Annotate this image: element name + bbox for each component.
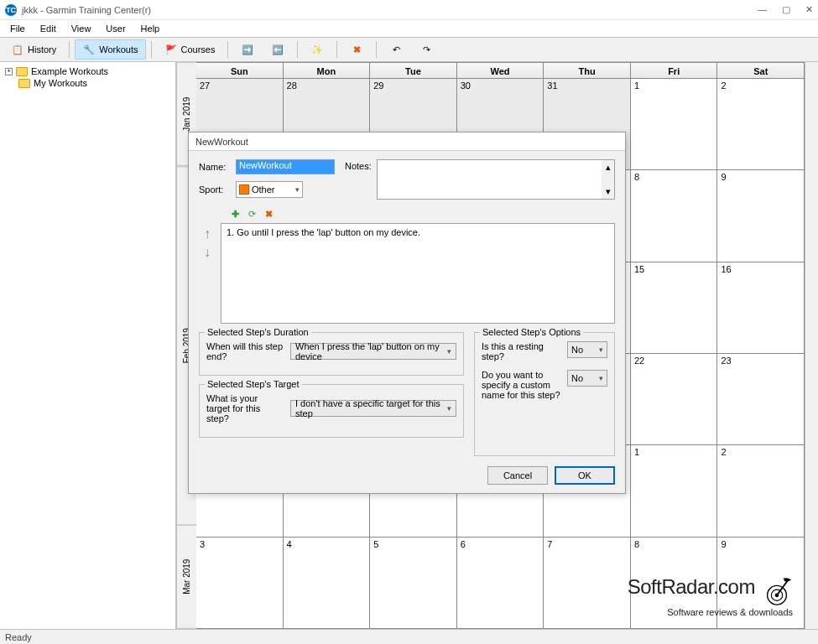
chevron-down-icon: ▾ (447, 404, 451, 413)
menubar: File Edit View User Help (0, 20, 818, 37)
day-header-thu: Thu (544, 63, 631, 78)
tree-item-example-workouts[interactable]: + Example Workouts (3, 65, 172, 77)
calendar-cell[interactable]: 8 (631, 538, 718, 628)
step-item[interactable]: 1. Go until I press the 'lap' button on … (227, 227, 609, 237)
calendar-cell[interactable]: 8 (631, 170, 718, 261)
resting-combo[interactable]: No ▾ (567, 341, 607, 358)
target-fieldset: Selected Step's Target What is your targ… (199, 384, 464, 438)
menu-edit[interactable]: Edit (34, 22, 63, 35)
calendar-row: 3456789 (196, 538, 805, 629)
calendar-cell[interactable]: 2 (717, 445, 805, 536)
repeat-step-button[interactable]: ⟳ (246, 208, 258, 220)
ok-button[interactable]: OK (555, 466, 615, 485)
history-tab[interactable]: 📋 History (3, 39, 64, 60)
sidebar: + Example Workouts My Workouts (0, 62, 176, 629)
move-up-button[interactable]: ↑ (204, 226, 211, 242)
calendar-cell[interactable]: 2 (717, 79, 805, 169)
menu-user[interactable]: User (99, 22, 132, 35)
titlebar: TC jkkk - Garmin Training Center(r) — ▢ … (0, 0, 818, 20)
cancel-button[interactable]: Cancel (487, 466, 548, 485)
maximize-button[interactable]: ▢ (782, 4, 790, 15)
notes-textarea[interactable]: ▴▾ (377, 159, 615, 200)
calendar-cell[interactable]: 4 (284, 538, 371, 628)
redo-button[interactable]: ↷ (412, 39, 440, 60)
toolbar-separator (336, 41, 337, 58)
send-to-device-button[interactable]: ➡️ (233, 39, 262, 60)
custom-name-label: Do you want to specify a custom name for… (482, 370, 562, 400)
workouts-label: Workouts (99, 44, 138, 55)
sport-value: Other (252, 184, 275, 195)
calendar-header: Sun Mon Tue Wed Thu Fri Sat (196, 62, 805, 79)
courses-icon: 🚩 (164, 43, 178, 56)
statusbar: Ready (0, 629, 818, 644)
calendar-cell[interactable]: 23 (717, 354, 805, 444)
name-label: Name: (199, 162, 231, 172)
sport-combo[interactable]: Other ▾ (236, 181, 303, 198)
expand-icon[interactable]: + (5, 68, 13, 75)
delete-button[interactable]: ✖ (342, 39, 371, 60)
arrow-left-icon: ⬅️ (271, 43, 284, 56)
delete-icon: ✖ (350, 43, 363, 56)
name-input[interactable]: NewWorkout (236, 159, 335, 174)
move-down-button[interactable]: ↓ (204, 245, 211, 260)
steps-list[interactable]: 1. Go until I press the 'lap' button on … (221, 223, 615, 324)
calendar-cell[interactable]: 1 (631, 445, 718, 536)
duration-fieldset: Selected Step's Duration When will this … (199, 332, 464, 376)
day-header-sun: Sun (196, 63, 284, 78)
day-header-wed: Wed (457, 63, 544, 78)
custom-name-combo[interactable]: No ▾ (567, 370, 607, 387)
chevron-down-icon: ▾ (447, 347, 451, 356)
calendar-cell[interactable]: 6 (457, 538, 544, 628)
courses-label: Courses (181, 44, 216, 55)
toolbar: 📋 History 🔧 Workouts 🚩 Courses ➡️ ⬅️ ✨ ✖… (0, 37, 818, 62)
calendar-cell[interactable]: 15 (631, 262, 718, 353)
chevron-down-icon: ▾ (295, 185, 300, 194)
undo-button[interactable]: ↶ (382, 39, 410, 60)
undo-icon: ↶ (389, 43, 403, 56)
target-legend: Selected Step's Target (205, 379, 302, 389)
chevron-down-icon: ▾ (599, 374, 603, 382)
custom-name-value: No (571, 373, 583, 383)
app-icon: TC (5, 4, 17, 16)
calendar-cell[interactable]: 16 (717, 262, 805, 353)
calendar-cell[interactable]: 5 (370, 538, 457, 628)
options-legend: Selected Step's Options (480, 327, 583, 337)
menu-file[interactable]: File (3, 22, 32, 35)
tree-label: My Workouts (34, 78, 87, 88)
day-header-fri: Fri (631, 63, 718, 78)
sport-label: Sport: (199, 184, 231, 195)
delete-step-button[interactable]: ✖ (263, 208, 274, 220)
calendar-cell[interactable]: 9 (717, 538, 805, 628)
add-step-button[interactable]: ✚ (229, 208, 241, 220)
workouts-tab[interactable]: 🔧 Workouts (75, 39, 145, 60)
close-button[interactable]: ✕ (805, 4, 813, 15)
notes-scrollbar[interactable]: ▴▾ (602, 160, 614, 199)
history-icon: 📋 (11, 43, 24, 56)
toolbar-separator (227, 41, 228, 58)
calendar-cell[interactable]: 7 (544, 538, 631, 628)
tree-item-my-workouts[interactable]: My Workouts (3, 77, 172, 89)
day-header-mon: Mon (284, 63, 371, 78)
menu-help[interactable]: Help (134, 22, 167, 35)
courses-tab[interactable]: 🚩 Courses (157, 39, 223, 60)
workouts-icon: 🔧 (82, 43, 96, 56)
chevron-down-icon: ▾ (599, 345, 603, 354)
calendar-scrollbar[interactable] (805, 62, 818, 629)
history-label: History (28, 44, 56, 55)
target-value: I don't have a specific target for this … (295, 398, 447, 418)
calendar-cell[interactable]: 22 (631, 354, 718, 444)
minimize-button[interactable]: — (758, 4, 767, 15)
menu-view[interactable]: View (65, 22, 98, 35)
calendar-cell[interactable]: 3 (196, 538, 284, 628)
target-label: What is your target for this step? (206, 393, 284, 423)
new-button[interactable]: ✨ (303, 39, 331, 60)
toolbar-separator (376, 41, 377, 58)
receive-from-device-button[interactable]: ⬅️ (263, 39, 292, 60)
calendar-cell[interactable]: 9 (717, 170, 805, 261)
target-combo[interactable]: I don't have a specific target for this … (290, 400, 456, 417)
duration-legend: Selected Step's Duration (205, 327, 311, 337)
folder-icon (18, 79, 30, 88)
duration-combo[interactable]: When I press the 'lap' button on my devi… (290, 343, 456, 360)
options-fieldset: Selected Step's Options Is this a restin… (474, 332, 615, 456)
calendar-cell[interactable]: 1 (631, 79, 718, 169)
